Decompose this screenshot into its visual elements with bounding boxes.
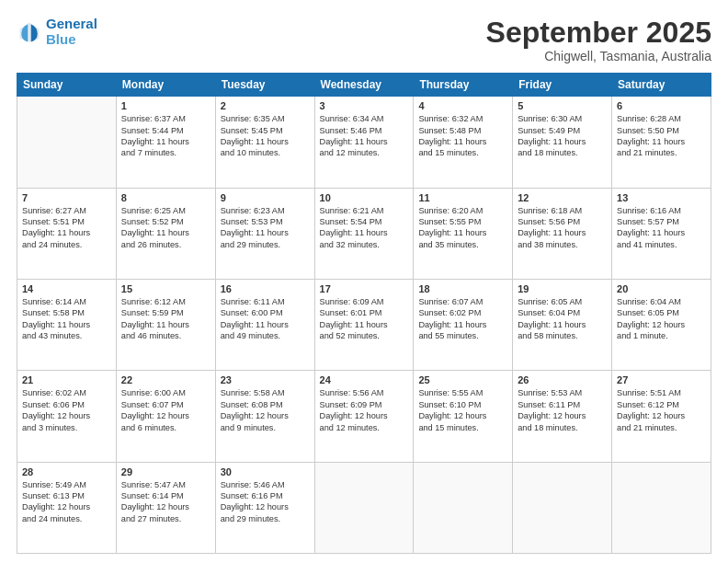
cell-line: Sunrise: 5:49 AM xyxy=(22,480,86,489)
cell-content: Sunrise: 6:23 AMSunset: 5:53 PMDaylight:… xyxy=(221,205,310,251)
cell-line: and 49 minutes. xyxy=(221,331,280,340)
cell-line: and 12 minutes. xyxy=(320,148,380,157)
cell-line: Sunrise: 6:30 AM xyxy=(518,114,582,123)
table-row: 23Sunrise: 5:58 AMSunset: 6:08 PMDayligh… xyxy=(215,371,314,462)
cell-line: Daylight: 11 hours xyxy=(121,137,189,146)
cell-content: Sunrise: 5:49 AMSunset: 6:13 PMDaylight:… xyxy=(22,479,111,525)
cell-content: Sunrise: 6:34 AMSunset: 5:46 PMDaylight:… xyxy=(320,113,409,159)
cell-line: Daylight: 12 hours xyxy=(22,502,90,511)
col-tuesday: Tuesday xyxy=(215,74,314,97)
cell-line: Sunrise: 6:14 AM xyxy=(22,297,86,306)
cell-line: and 35 minutes. xyxy=(418,240,478,249)
day-number: 18 xyxy=(418,283,507,294)
cell-line: Daylight: 11 hours xyxy=(418,320,486,329)
cell-line: Sunset: 6:00 PM xyxy=(221,308,283,317)
cell-line: Daylight: 11 hours xyxy=(518,137,586,146)
header: General Blue September 2025 Chigwell, Ta… xyxy=(17,17,711,63)
cell-content: Sunrise: 6:37 AMSunset: 5:44 PMDaylight:… xyxy=(121,113,210,159)
cell-line: Sunrise: 6:18 AM xyxy=(518,206,582,215)
calendar-week-row: 28Sunrise: 5:49 AMSunset: 6:13 PMDayligh… xyxy=(17,462,711,553)
cell-content: Sunrise: 6:27 AMSunset: 5:51 PMDaylight:… xyxy=(22,205,111,251)
table-row: 11Sunrise: 6:20 AMSunset: 5:55 PMDayligh… xyxy=(414,188,513,279)
cell-line: and 29 minutes. xyxy=(221,240,280,249)
cell-content: Sunrise: 6:12 AMSunset: 5:59 PMDaylight:… xyxy=(121,296,210,342)
table-row: 30Sunrise: 5:46 AMSunset: 6:16 PMDayligh… xyxy=(215,462,314,553)
cell-line: and 24 minutes. xyxy=(22,514,82,523)
logo-icon xyxy=(17,19,42,45)
logo-text: General Blue xyxy=(46,17,97,47)
cell-line: Daylight: 11 hours xyxy=(121,320,189,329)
table-row: 9Sunrise: 6:23 AMSunset: 5:53 PMDaylight… xyxy=(215,188,314,279)
cell-line: Daylight: 11 hours xyxy=(22,320,90,329)
col-wednesday: Wednesday xyxy=(314,74,414,97)
cell-line: Sunrise: 6:35 AM xyxy=(221,114,285,123)
table-row: 12Sunrise: 6:18 AMSunset: 5:56 PMDayligh… xyxy=(513,188,612,279)
day-number: 19 xyxy=(518,283,607,294)
cell-line: Daylight: 11 hours xyxy=(518,320,586,329)
cell-line: Daylight: 12 hours xyxy=(617,411,685,420)
day-number: 24 xyxy=(320,374,409,385)
day-number: 11 xyxy=(418,192,507,203)
table-row: 6Sunrise: 6:28 AMSunset: 5:50 PMDaylight… xyxy=(612,97,711,188)
cell-line: Sunrise: 6:16 AM xyxy=(617,206,681,215)
table-row: 18Sunrise: 6:07 AMSunset: 6:02 PMDayligh… xyxy=(414,279,513,370)
cell-line: Daylight: 11 hours xyxy=(320,228,388,237)
day-number: 5 xyxy=(518,100,607,111)
cell-line: and 21 minutes. xyxy=(617,148,677,157)
table-row: 28Sunrise: 5:49 AMSunset: 6:13 PMDayligh… xyxy=(17,462,117,553)
cell-line: Sunrise: 6:20 AM xyxy=(418,206,483,215)
cell-content: Sunrise: 6:09 AMSunset: 6:01 PMDaylight:… xyxy=(320,296,409,342)
cell-line: Sunrise: 6:28 AM xyxy=(617,114,681,123)
table-row: 7Sunrise: 6:27 AMSunset: 5:51 PMDaylight… xyxy=(17,188,117,279)
cell-line: Daylight: 11 hours xyxy=(617,228,685,237)
cell-content: Sunrise: 6:00 AMSunset: 6:07 PMDaylight:… xyxy=(121,387,210,433)
cell-line: Daylight: 12 hours xyxy=(221,502,289,511)
table-row: 10Sunrise: 6:21 AMSunset: 5:54 PMDayligh… xyxy=(314,188,414,279)
table-row: 27Sunrise: 5:51 AMSunset: 6:12 PMDayligh… xyxy=(612,371,711,462)
table-row: 3Sunrise: 6:34 AMSunset: 5:46 PMDaylight… xyxy=(314,97,414,188)
cell-line: Daylight: 12 hours xyxy=(22,411,90,420)
cell-line: Sunset: 6:02 PM xyxy=(418,308,481,317)
cell-line: Sunrise: 6:04 AM xyxy=(617,297,681,306)
cell-line: and 32 minutes. xyxy=(320,240,380,249)
cell-line: and 7 minutes. xyxy=(121,148,176,157)
day-number: 4 xyxy=(418,100,507,111)
day-number: 13 xyxy=(617,192,706,203)
calendar-week-row: 21Sunrise: 6:02 AMSunset: 6:06 PMDayligh… xyxy=(17,371,711,462)
cell-line: Daylight: 11 hours xyxy=(320,320,388,329)
day-number: 23 xyxy=(221,374,310,385)
cell-content: Sunrise: 6:35 AMSunset: 5:45 PMDaylight:… xyxy=(221,113,310,159)
cell-line: Sunrise: 6:23 AM xyxy=(221,206,285,215)
cell-content: Sunrise: 5:55 AMSunset: 6:10 PMDaylight:… xyxy=(418,387,507,433)
cell-line: Sunrise: 5:56 AM xyxy=(320,388,384,397)
cell-line: Sunset: 6:12 PM xyxy=(617,400,679,409)
cell-line: Sunset: 6:05 PM xyxy=(617,308,679,317)
cell-content: Sunrise: 6:05 AMSunset: 6:04 PMDaylight:… xyxy=(518,296,607,342)
col-friday: Friday xyxy=(513,74,612,97)
cell-line: Sunset: 5:44 PM xyxy=(121,126,184,135)
cell-line: Daylight: 12 hours xyxy=(617,320,685,329)
day-number: 27 xyxy=(617,374,706,385)
cell-line: Daylight: 12 hours xyxy=(320,411,388,420)
table-row: 19Sunrise: 6:05 AMSunset: 6:04 PMDayligh… xyxy=(513,279,612,370)
cell-content: Sunrise: 6:20 AMSunset: 5:55 PMDaylight:… xyxy=(418,205,507,251)
table-row: 20Sunrise: 6:04 AMSunset: 6:05 PMDayligh… xyxy=(612,279,711,370)
cell-line: and 27 minutes. xyxy=(121,514,181,523)
cell-content: Sunrise: 6:30 AMSunset: 5:49 PMDaylight:… xyxy=(518,113,607,159)
table-row xyxy=(414,462,513,553)
day-number: 22 xyxy=(121,374,210,385)
cell-line: Sunrise: 6:21 AM xyxy=(320,206,384,215)
cell-content: Sunrise: 6:04 AMSunset: 6:05 PMDaylight:… xyxy=(617,296,706,342)
cell-line: and 41 minutes. xyxy=(617,240,677,249)
cell-line: and 1 minute. xyxy=(617,331,668,340)
cell-line: and 18 minutes. xyxy=(518,423,577,432)
cell-line: Sunrise: 6:05 AM xyxy=(518,297,582,306)
day-number: 9 xyxy=(221,192,310,203)
location-subtitle: Chigwell, Tasmania, Australia xyxy=(486,49,711,63)
cell-line: Daylight: 11 hours xyxy=(617,137,685,146)
cell-line: Sunrise: 5:53 AM xyxy=(518,388,582,397)
cell-line: and 9 minutes. xyxy=(221,423,276,432)
cell-line: Sunset: 6:04 PM xyxy=(518,308,580,317)
table-row: 21Sunrise: 6:02 AMSunset: 6:06 PMDayligh… xyxy=(17,371,117,462)
logo-line2: Blue xyxy=(46,31,76,47)
